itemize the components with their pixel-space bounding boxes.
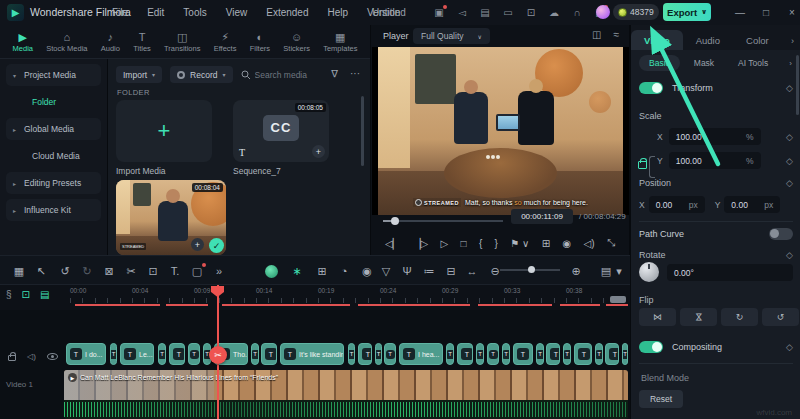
media-tab[interactable]: ⚡ Effects	[214, 31, 237, 53]
path-curve-toggle[interactable]	[769, 228, 793, 240]
subtitle-clip[interactable]: T Le...	[120, 343, 154, 365]
keyframe-icon[interactable]: ◇	[786, 83, 793, 93]
subtitle-clip[interactable]: T	[348, 343, 355, 365]
minimize-button[interactable]: —	[728, 0, 752, 25]
keyframe-icon[interactable]: ◇	[786, 156, 793, 166]
sidebar-item[interactable]: Folder	[6, 91, 101, 113]
scrubber[interactable]	[383, 220, 503, 222]
restore-button[interactable]: □	[754, 0, 778, 25]
props-tab[interactable]: Video	[631, 30, 683, 50]
tabs-overflow-icon[interactable]: ›	[791, 36, 794, 46]
props-subtab[interactable]: AI Tools	[728, 55, 778, 71]
subtitle-clip[interactable]: T	[375, 343, 382, 365]
subtitle-clip[interactable]: T I hea...	[399, 343, 443, 365]
rotate-knob[interactable]	[639, 262, 659, 282]
titlebar-icon[interactable]: ▣	[432, 7, 446, 18]
media-tab[interactable]: ▶ Media	[13, 31, 33, 53]
transport-button[interactable]: ◁)	[584, 238, 595, 249]
transport-button[interactable]: ▕▷	[413, 238, 428, 249]
subtitle-clip[interactable]: T	[476, 343, 484, 365]
keyframe-icon[interactable]: ◇	[786, 132, 793, 142]
transport-button[interactable]: □	[461, 238, 467, 249]
position-x-field[interactable]: 0.00px	[649, 196, 705, 213]
timeline-tool-icon[interactable]: ▾	[610, 256, 628, 286]
import-dropdown[interactable]: Import▾	[116, 66, 162, 83]
media-scrollbar[interactable]	[361, 96, 364, 166]
timeline-tool-icon[interactable]: ✂	[122, 256, 140, 286]
zoom-slider-handle[interactable]	[528, 266, 535, 273]
record-dropdown[interactable]: Record▾	[170, 66, 232, 83]
timeline-tool-icon[interactable]: ∗	[288, 256, 306, 286]
video-clip-card[interactable]: 00:08:04 STREAMED + ✓	[116, 180, 226, 255]
sidebar-item[interactable]: ▸ Editing Presets	[6, 172, 101, 194]
media-tab[interactable]: ♪ Audio	[101, 31, 120, 53]
timeline-tool-icon[interactable]: Ψ	[398, 256, 416, 286]
subtitle-clip[interactable]: T	[574, 343, 592, 365]
media-tab[interactable]: ⌂ Stock Media	[46, 31, 87, 53]
subtitle-clip[interactable]: T	[358, 343, 372, 365]
add-to-timeline-icon[interactable]: +	[191, 238, 204, 251]
credits-pill[interactable]: 48379	[613, 4, 659, 20]
subtitle-clip[interactable]: T	[595, 343, 603, 365]
transport-button[interactable]: ⤡	[607, 237, 615, 249]
timeline-tool-icon[interactable]: ⊟	[442, 256, 460, 286]
sequence-card[interactable]: 00:08:05 CC T +	[233, 100, 329, 162]
timeline-tool-icon[interactable]: ▢	[188, 256, 206, 286]
timeline-tool-icon[interactable]	[263, 256, 279, 286]
subtitle-clip[interactable]: T	[605, 343, 619, 365]
titlebar-icon[interactable]: ⊡	[524, 7, 538, 18]
player-header-icon[interactable]: ≈	[614, 29, 620, 40]
timeline-tool-icon[interactable]: ⊡	[144, 256, 162, 286]
add-to-timeline-icon[interactable]: +	[312, 145, 325, 158]
subtitle-clip[interactable]: T	[622, 343, 628, 365]
transport-button[interactable]: ◉	[562, 238, 571, 249]
video-viewport[interactable]: STREAMED Matt, so thanks so much for bei…	[372, 47, 629, 215]
media-tab[interactable]: ◐ Filters	[250, 31, 270, 53]
transport-button[interactable]: }	[495, 238, 498, 249]
menu-item[interactable]: Tools	[183, 7, 206, 18]
timeline-tool-icon[interactable]: ↻	[78, 256, 96, 286]
search-box[interactable]	[241, 70, 325, 80]
media-tab[interactable]: T Titles	[133, 31, 151, 53]
more-options-icon[interactable]: ···	[350, 68, 360, 79]
subtitle-clip[interactable]: T	[110, 343, 117, 365]
subtitle-clip[interactable]: T	[188, 343, 200, 365]
props-subtab[interactable]: Basic	[639, 55, 680, 71]
player-header-icon[interactable]: ◫	[592, 29, 601, 40]
timeline-tool-icon[interactable]: ⊕	[567, 256, 585, 286]
rotate-field[interactable]: 0.00°	[667, 264, 793, 281]
video-clip[interactable]: ▶ Can Matt LeBlanc Remember His Hilariou…	[64, 370, 628, 400]
timeline-tool-icon[interactable]: ⊖	[486, 256, 504, 286]
sidebar-item[interactable]: ▸ Global Media	[6, 118, 101, 140]
transport-button[interactable]: ⚑ ∨	[510, 238, 529, 249]
flip-button[interactable]: ↺	[762, 308, 799, 326]
menu-item[interactable]: Extended	[266, 7, 308, 18]
import-media-card[interactable]: +	[116, 100, 212, 162]
close-button[interactable]: ×	[780, 0, 800, 25]
timeline-zoom-slider[interactable]	[500, 269, 560, 271]
audio-waveform[interactable]	[64, 400, 628, 419]
subtitle-clip[interactable]: T It's like standing...	[280, 343, 344, 365]
scale-y-field[interactable]: 100.00%	[669, 152, 761, 169]
split-at-playhead-button[interactable]: ✂	[209, 346, 227, 364]
keyframe-icon[interactable]: ◇	[786, 178, 793, 188]
reset-button[interactable]: Reset	[639, 390, 683, 408]
sidebar-item[interactable]: ▸ Influence Kit	[6, 199, 101, 221]
search-input[interactable]	[255, 70, 325, 80]
titlebar-icon[interactable]: ▭	[501, 7, 515, 18]
menu-item[interactable]: File	[112, 7, 128, 18]
link-lock-icon[interactable]	[638, 161, 647, 169]
sidebar-item[interactable]: Cloud Media	[6, 145, 101, 167]
subtitle-clip[interactable]: T	[502, 343, 510, 365]
transport-button[interactable]: ▷	[440, 238, 448, 249]
subtitle-clip[interactable]: T	[546, 343, 560, 365]
media-tab[interactable]: ☺ Stickers	[283, 31, 310, 53]
subtitle-clip[interactable]: T	[487, 343, 499, 365]
props-tab[interactable]: Color	[733, 30, 782, 50]
timeline-tool-icon[interactable]: ≔	[420, 256, 438, 286]
subtitle-clip[interactable]: T	[446, 343, 454, 365]
props-tab[interactable]: Audio	[683, 30, 733, 50]
avatar[interactable]	[596, 5, 610, 19]
subtitle-clip[interactable]: T	[513, 343, 533, 365]
subtitle-clip[interactable]: T	[169, 343, 185, 365]
